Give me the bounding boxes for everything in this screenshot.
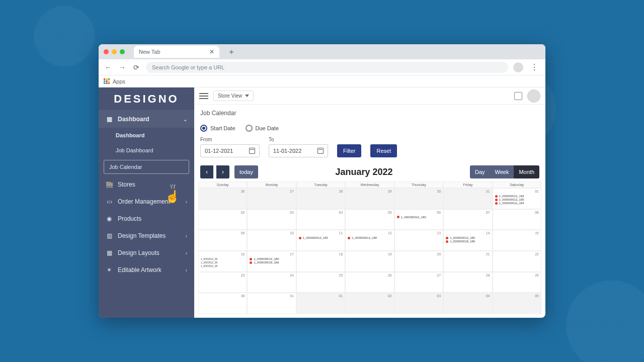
close-icon[interactable] <box>104 49 109 54</box>
profile-avatar-icon[interactable] <box>513 62 523 72</box>
sidebar-item-stores[interactable]: 🏬 Stores <box>99 176 194 193</box>
brand-logo: DESIGNO <box>99 87 194 111</box>
calendar-event[interactable]: 1_000000018_186 <box>446 240 490 243</box>
calendar-day[interactable]: 30 <box>198 293 247 314</box>
calendar-day[interactable]: 09 <box>198 230 247 251</box>
sidebar-item-editable-artwork[interactable]: ✶ Editable Artwork › <box>99 261 194 279</box>
calendar-day[interactable]: 12 1_000000012_180 <box>345 230 394 251</box>
filter-button[interactable]: Filter <box>337 144 361 157</box>
calendar-day[interactable]: 29 <box>493 272 541 293</box>
calendar-day[interactable]: 05 <box>493 293 541 314</box>
calendar-event[interactable]: 1_000000018_186 <box>250 261 293 264</box>
calendar-day[interactable]: 28 <box>443 272 492 293</box>
calendar-day[interactable]: 13 <box>394 230 443 251</box>
calendar-day[interactable]: 27 <box>247 188 296 209</box>
reload-button[interactable]: ⟳ <box>132 63 141 71</box>
minimize-icon[interactable] <box>112 49 117 54</box>
radio-due-date[interactable]: Due Date <box>246 125 279 132</box>
calendar-event[interactable]: 1_000000012_184 <box>495 202 539 205</box>
calendar-day[interactable]: 21 <box>443 251 492 272</box>
calendar-day[interactable]: 03 <box>394 293 443 314</box>
reset-button[interactable]: Reset <box>370 144 397 157</box>
today-button[interactable]: today <box>234 165 258 178</box>
calendar-day[interactable]: 23 <box>198 272 247 293</box>
calendar-day[interactable]: 15 <box>493 230 541 251</box>
calendar-day[interactable]: 28 <box>296 188 345 209</box>
calendar-day[interactable]: 16 1_0000012_391_0000012_391_0000012_39 <box>198 251 247 272</box>
menu-icon[interactable]: ⋮ <box>528 62 540 72</box>
grid2-icon: ▦ <box>106 249 113 256</box>
fullscreen-icon[interactable] <box>514 92 522 100</box>
next-month-button[interactable]: › <box>216 165 229 178</box>
calendar-day[interactable]: 22 <box>493 251 541 272</box>
calendar-event[interactable]: 1_000000012_180 <box>446 236 490 239</box>
view-day-button[interactable]: Day <box>470 165 490 178</box>
sidebar-sub-job-calendar[interactable]: Job Calendar <box>104 160 189 174</box>
calendar-day[interactable]: 26 <box>198 188 247 209</box>
calendar-title: January 2022 <box>261 167 467 177</box>
calendar-day[interactable]: 31 <box>247 293 296 314</box>
calendar-day[interactable]: 08 <box>493 209 541 230</box>
browser-tab[interactable]: New Tab ✕ <box>134 46 219 58</box>
calendar-day[interactable]: 02 <box>198 209 247 230</box>
address-bar: ← → ⟳ Search Google or type a URL ⋮ <box>99 59 545 75</box>
calendar-day[interactable]: 07 <box>443 209 492 230</box>
radio-start-date[interactable]: Start Date <box>200 125 235 132</box>
calendar-day[interactable]: 30 <box>394 188 443 209</box>
chevron-right-icon: › <box>186 199 187 205</box>
sidebar-item-dashboard[interactable]: ▦ Dashboard ⌄ <box>99 111 194 128</box>
sidebar-item-order-management[interactable]: ▭ Order Management › <box>99 193 194 210</box>
calendar-day[interactable]: 18 <box>296 251 345 272</box>
calendar-day[interactable]: 25 <box>296 272 345 293</box>
prev-month-button[interactable]: ‹ <box>200 165 213 178</box>
calendar-day[interactable]: 19 <box>345 251 394 272</box>
calendar-day[interactable]: 05 <box>345 209 394 230</box>
calendar-day[interactable]: 03 <box>247 209 296 230</box>
apps-icon[interactable] <box>104 78 110 84</box>
view-month-button[interactable]: Month <box>514 165 539 178</box>
calendar-day[interactable]: 04 <box>443 293 492 314</box>
calendar-day[interactable]: 01 1_000000012_183 1_000000012_185 1_000… <box>493 188 541 209</box>
user-avatar-icon[interactable] <box>527 89 540 103</box>
content-topbar: Store View <box>194 87 545 105</box>
sidebar-sub-job-dashboard[interactable]: Job Dashboard <box>99 143 194 158</box>
sidebar-item-design-layouts[interactable]: ▦ Design Layouts › <box>99 244 194 261</box>
maximize-icon[interactable] <box>120 49 125 54</box>
hamburger-icon[interactable] <box>199 93 208 99</box>
calendar-event[interactable]: 1_000000012_180 <box>250 257 293 260</box>
calendar-day[interactable]: 27 <box>394 272 443 293</box>
sidebar-item-products[interactable]: ◉ Products <box>99 210 194 227</box>
calendar-day[interactable]: 04 <box>296 209 345 230</box>
calendar-day[interactable]: 20 <box>394 251 443 272</box>
calendar-day[interactable]: 10 <box>247 230 296 251</box>
calendar-event[interactable]: 1_000000012_180 <box>397 216 441 219</box>
back-button[interactable]: ← <box>104 63 113 71</box>
calendar-day[interactable]: 02 <box>345 293 394 314</box>
calendar-day[interactable]: 06 1_000000012_180 <box>394 209 443 230</box>
calendar-day[interactable]: 14 1_000000012_180 1_000000018_186 <box>443 230 492 251</box>
new-tab-button[interactable]: ＋ <box>227 47 235 57</box>
sidebar-sub-dashboard[interactable]: Dashboard <box>99 128 194 143</box>
calendar-day[interactable]: 24 <box>247 272 296 293</box>
calendar-day[interactable]: 01 <box>296 293 345 314</box>
calendar-event[interactable]: 1_000000012_183 <box>495 195 539 198</box>
forward-button[interactable]: → <box>118 63 127 71</box>
calendar-day[interactable]: 17 1_000000012_180 1_000000018_186 <box>247 251 296 272</box>
from-date-input[interactable]: 01-12-2021 <box>200 144 260 157</box>
calendar-event[interactable]: 1_000000012_180 <box>348 236 391 239</box>
calendar-day[interactable]: 11 1_000000012_180 <box>296 230 345 251</box>
calendar-day[interactable]: 29 <box>345 188 394 209</box>
calendar-day[interactable]: 26 <box>345 272 394 293</box>
close-tab-icon[interactable]: ✕ <box>209 48 214 55</box>
calendar-event[interactable]: 1_000000012_185 <box>495 198 539 201</box>
chevron-right-icon: › <box>186 233 187 239</box>
view-week-button[interactable]: Week <box>490 165 514 178</box>
to-label: To <box>269 137 328 142</box>
to-date-input[interactable]: 11-01-2022 <box>269 144 328 157</box>
sidebar-item-design-templates[interactable]: ▥ Design Templates › <box>99 227 194 244</box>
url-input[interactable]: Search Google or type a URL <box>146 62 508 73</box>
store-view-dropdown[interactable]: Store View <box>213 90 254 101</box>
apps-label[interactable]: Apps <box>113 78 125 84</box>
calendar-day[interactable]: 31 <box>443 188 492 209</box>
calendar-event[interactable]: 1_000000012_180 <box>299 236 343 239</box>
